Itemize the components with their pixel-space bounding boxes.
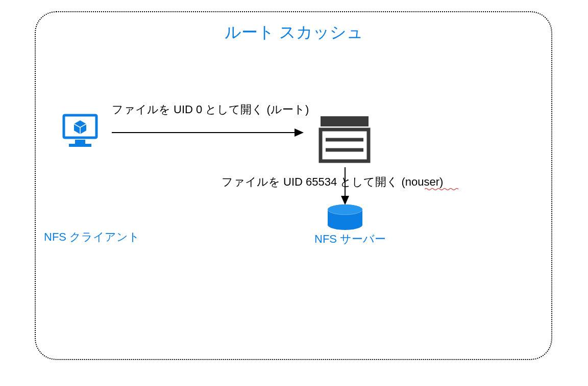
diagram-title: ルート スカッシュ xyxy=(0,21,588,44)
svg-rect-9 xyxy=(321,130,369,161)
proofing-squiggle xyxy=(425,188,460,189)
monitor-cube-icon xyxy=(60,112,101,155)
database-cylinder-icon xyxy=(326,204,364,234)
client-label: NFS クライアント xyxy=(44,229,140,245)
arrow2 xyxy=(339,166,351,206)
server-label: NFS サーバー xyxy=(314,231,386,247)
svg-rect-8 xyxy=(321,116,369,126)
svg-rect-3 xyxy=(69,144,91,147)
arrow2-label: ファイルを UID 65534 として開く (nouser) xyxy=(222,174,443,190)
arrow1-label: ファイルを UID 0 として開く (ルート) xyxy=(112,102,309,117)
svg-marker-7 xyxy=(295,128,304,137)
server-window-icon xyxy=(318,114,371,166)
svg-rect-2 xyxy=(75,140,85,144)
arrow1 xyxy=(111,126,305,139)
